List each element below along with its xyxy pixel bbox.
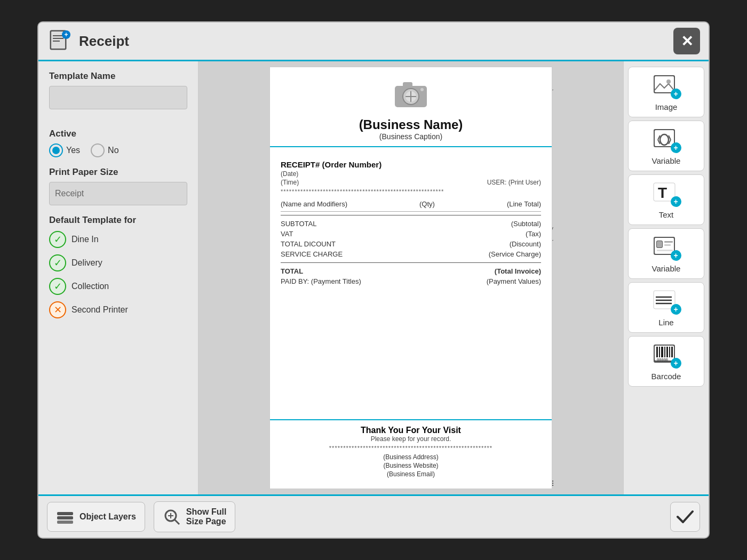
content-area: Template Name Active Yes No Print xyxy=(38,61,709,494)
receipt-area: Header Body Footer xyxy=(198,61,623,494)
variable-bottom-tool-label: Variable xyxy=(652,264,681,273)
barcode-tool-button[interactable]: 00000 + Barcode xyxy=(628,336,704,387)
total-value: (Total Invoice) xyxy=(495,267,541,275)
image-plus-badge: + xyxy=(671,89,681,99)
bottom-left: Object Layers Show Full Size Page xyxy=(47,501,235,532)
business-caption: (Business Caption) xyxy=(281,132,541,141)
text-tool-icon: T + xyxy=(651,180,681,207)
variable-bottom-tool-button[interactable]: + Variable xyxy=(628,228,704,279)
confirm-button[interactable] xyxy=(670,502,700,532)
svg-line-51 xyxy=(174,519,179,524)
line-tool-button[interactable]: + Line xyxy=(628,282,704,333)
title-bar-left: + Receipt xyxy=(47,28,129,54)
template-name-input[interactable] xyxy=(49,86,187,109)
service-label: SERVICE CHARGE xyxy=(281,250,343,258)
checkbox-second-printer[interactable]: ✕ Second Printer xyxy=(49,301,187,318)
variable-top-tool-button[interactable]: + Variable xyxy=(628,121,704,171)
variable-bottom-plus-badge: + xyxy=(671,250,681,261)
checkbox-delivery[interactable]: ✓ Delivery xyxy=(49,254,187,271)
receipt-header[interactable]: (Business Name) (Business Caption) xyxy=(270,67,552,147)
biz-address: (Business Address) xyxy=(281,453,541,461)
subtotal-label: SUBTOTAL xyxy=(281,220,316,228)
receipt-footer[interactable]: Thank You For Your Visit Please keep for… xyxy=(270,419,552,489)
show-full-size-button[interactable]: Show Full Size Page xyxy=(154,501,236,532)
active-no-label: No xyxy=(108,146,118,155)
receipt-total-section: SUBTOTAL (Subtotal) VAT (Tax) TOTAL DICO… xyxy=(281,219,541,286)
active-radio-group: Yes No xyxy=(49,143,187,157)
col-name: (Name and Modifiers) xyxy=(281,200,347,208)
receipt-body[interactable]: RECEIPT# (Order Number) (Date) (Time) US… xyxy=(270,147,552,419)
checkbox-collection-label: Collection xyxy=(71,282,109,291)
default-template-section: Default Template for ✓ Dine In ✓ Deliver… xyxy=(49,215,187,318)
vat-label: VAT xyxy=(281,230,293,238)
svg-point-16 xyxy=(666,79,671,84)
receipt-paper: (Business Name) (Business Caption) RECEI… xyxy=(269,67,552,489)
check-icon-delivery: ✓ xyxy=(49,254,66,271)
checkbox-dine-in-label: Dine In xyxy=(71,235,99,244)
default-template-label: Default Template for xyxy=(49,215,187,226)
template-name-label: Template Name xyxy=(49,71,187,82)
receipt-table-header: (Name and Modifiers) (Qty) (Line Total) xyxy=(281,197,541,212)
line-plus-badge: + xyxy=(671,304,681,315)
service-value: (Service Charge) xyxy=(489,250,541,258)
text-tool-button[interactable]: T + Text xyxy=(628,174,704,225)
svg-rect-29 xyxy=(657,241,662,247)
business-name: (Business Name) xyxy=(281,117,541,132)
svg-rect-41 xyxy=(661,347,663,357)
line-tool-icon: + xyxy=(651,288,681,315)
total-label: TOTAL xyxy=(281,267,303,275)
template-name-section: Template Name xyxy=(49,71,187,119)
vat-row: VAT (Tax) xyxy=(281,229,541,239)
receipt-labels-wrapper: Header Body Footer xyxy=(269,67,552,489)
image-tool-button[interactable]: + Image xyxy=(628,67,704,117)
biz-website: (Business Website) xyxy=(281,462,541,469)
print-paper-size-section: Print Paper Size Receipt xyxy=(49,167,187,205)
checkbox-dine-in[interactable]: ✓ Dine In xyxy=(49,231,187,248)
object-layers-button[interactable]: Object Layers xyxy=(47,502,145,532)
thank-you-text: Thank You For Your Visit xyxy=(281,426,541,435)
show-full-size-label: Show Full Size Page xyxy=(186,507,227,526)
svg-rect-15 xyxy=(655,76,674,92)
close-button[interactable]: ✕ xyxy=(673,28,700,54)
vat-value: (Tax) xyxy=(526,230,541,238)
svg-rect-48 xyxy=(57,516,73,519)
left-panel: Template Name Active Yes No Print xyxy=(38,61,198,494)
print-paper-size-dropdown[interactable]: Receipt xyxy=(49,182,187,205)
variable-top-plus-badge: + xyxy=(671,142,681,153)
svg-rect-40 xyxy=(659,347,660,357)
active-section: Active Yes No xyxy=(49,129,187,157)
title-bar: + Receipt ✕ xyxy=(38,22,709,61)
svg-rect-30 xyxy=(664,241,673,243)
svg-rect-49 xyxy=(57,521,73,524)
barcode-tool-icon: 00000 + xyxy=(651,342,681,369)
svg-rect-31 xyxy=(664,244,671,246)
discount-row: TOTAL DICOUNT (Discount) xyxy=(281,239,541,249)
active-no-radio[interactable] xyxy=(91,143,105,157)
checkbox-delivery-label: Delivery xyxy=(71,258,102,268)
zoom-icon xyxy=(163,508,181,526)
variable-bottom-tool-icon: + xyxy=(651,234,681,261)
main-window: + Receipt ✕ Template Name Active Yes xyxy=(37,21,710,539)
receipt-time-user-row: (Time) USER: (Print User) xyxy=(281,179,541,186)
total-row: TOTAL (Total Invoice) xyxy=(281,266,541,276)
checkbox-collection[interactable]: ✓ Collection xyxy=(49,278,187,295)
active-yes-option[interactable]: Yes xyxy=(49,143,80,157)
svg-text:T: T xyxy=(658,185,667,201)
receipt-time: (Time) xyxy=(281,179,299,186)
svg-rect-43 xyxy=(666,347,668,357)
svg-rect-32 xyxy=(657,250,673,251)
variable-top-tool-label: Variable xyxy=(652,156,681,165)
variable-top-tool-icon: + xyxy=(651,126,681,153)
col-qty: (Qty) xyxy=(419,200,435,208)
barcode-tool-label: Barcode xyxy=(651,372,681,381)
image-tool-icon: + xyxy=(651,73,681,99)
receipt-date: (Date) xyxy=(281,170,541,178)
window-title: Receipt xyxy=(79,33,129,50)
checkbox-second-printer-label: Second Printer xyxy=(71,305,128,315)
svg-rect-42 xyxy=(664,347,665,357)
active-yes-radio[interactable] xyxy=(49,143,63,157)
paid-by-value: (Payment Values) xyxy=(487,277,541,285)
layers-icon xyxy=(56,508,74,526)
active-no-option[interactable]: No xyxy=(91,143,118,157)
receipt-number: RECEIPT# (Order Number) xyxy=(281,160,541,169)
